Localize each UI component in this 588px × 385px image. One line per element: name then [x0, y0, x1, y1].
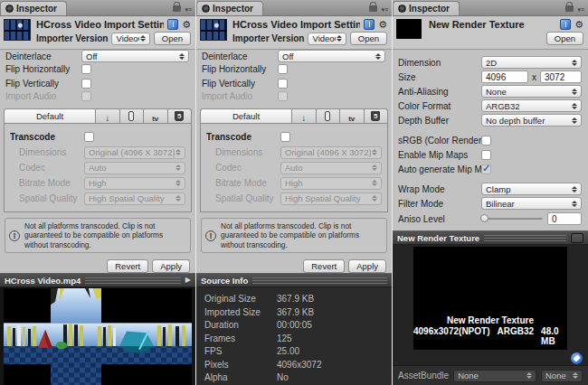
size-width-field[interactable]: 4096 [481, 70, 528, 83]
deinterlace-dropdown[interactable]: Off [278, 50, 385, 62]
flip-vertically-checkbox[interactable] [81, 79, 91, 89]
open-button[interactable]: Open [154, 32, 191, 45]
dropdown-arrow-icon [178, 53, 185, 60]
texture-preview-section: New Render Texture New Render Texture 40… [393, 230, 588, 385]
bitrate-mode-label: Bitrate Mode [10, 178, 84, 188]
dimensions-dropdown: Original (4096 X 3072) [280, 146, 382, 159]
size-height-field[interactable]: 3072 [540, 70, 582, 83]
panel-video-importer-1: Inspector HCross Video Import Settings I… [0, 0, 195, 385]
aniso-level-label: Aniso Level [398, 214, 481, 224]
list-item: FPS25.00 [204, 346, 392, 360]
preview-title: New Render Texture [397, 233, 479, 243]
preview-header[interactable]: New Render Texture [393, 230, 588, 245]
slider-track[interactable] [481, 218, 543, 220]
slider-knob[interactable] [480, 214, 488, 222]
spatial-quality-label: Spatial Quality [10, 193, 84, 203]
enable-mip-maps-label: Enable Mip Maps [398, 150, 481, 160]
dropdown-arrow-icon [336, 35, 343, 42]
warning-icon [9, 230, 20, 241]
codec-label: Codec [206, 163, 280, 173]
spatial-quality-dropdown: High Spatial Quality [84, 192, 185, 205]
preview-grip[interactable] [85, 277, 181, 284]
platform-tab-webgl[interactable] [365, 108, 389, 123]
tab-label: Inspector [213, 4, 253, 14]
video-preview-image [0, 287, 195, 385]
bitrate-mode-dropdown: High [280, 177, 382, 190]
open-button[interactable]: Open [546, 32, 583, 45]
importer-version-dropdown[interactable]: VideoClip [308, 33, 346, 45]
lock-icon[interactable] [173, 5, 181, 12]
tab-inspector[interactable]: Inspector [196, 1, 263, 15]
flip-vertically-checkbox[interactable] [278, 79, 288, 89]
platform-tab-standalone[interactable] [96, 108, 120, 123]
open-button[interactable]: Open [350, 32, 387, 45]
aniso-level-slider[interactable]: 0 [481, 212, 582, 225]
apply-button[interactable]: Apply [152, 259, 190, 273]
importer-version-dropdown[interactable]: VideoClip [111, 33, 149, 45]
preview-header[interactable]: HCross Video.mp4 [0, 273, 195, 287]
assetbundle-dropdown[interactable]: None [453, 370, 536, 382]
lock-icon[interactable] [565, 5, 574, 12]
gear-icon[interactable] [378, 20, 387, 30]
enable-mip-maps-checkbox[interactable] [481, 150, 491, 160]
assetbundle-variant-dropdown[interactable]: None [541, 370, 583, 382]
rgb-channels-icon[interactable] [571, 233, 583, 243]
warning-text: Not all platforms transcoded. Clip is no… [24, 221, 186, 249]
anti-aliasing-dropdown[interactable]: None [481, 85, 582, 98]
color-format-dropdown[interactable]: ARGB32 [481, 99, 582, 112]
apply-button[interactable]: Apply [348, 259, 386, 273]
list-item: Pixels4096x3072 [204, 360, 392, 373]
tag-icon[interactable] [571, 352, 583, 364]
pane-menu-icon[interactable] [381, 6, 388, 13]
dimension-label: Dimension [398, 58, 481, 68]
help-book-icon[interactable] [364, 19, 375, 30]
transcode-warning: Not all platforms transcoded. Clip is no… [5, 218, 191, 253]
depth-buffer-dropdown[interactable]: No depth buffer [481, 114, 582, 127]
iphone-icon [325, 111, 330, 121]
filter-mode-dropdown[interactable]: Bilinear [481, 197, 582, 210]
webgl-icon [175, 111, 184, 121]
revert-button[interactable]: Revert [303, 259, 345, 273]
tab-inspector[interactable]: Inspector [393, 1, 460, 15]
revert-button[interactable]: Revert [107, 259, 148, 273]
platform-tab-default[interactable]: Default [4, 108, 96, 123]
flip-vertically-label: Flip Vertically [202, 79, 278, 89]
gear-icon[interactable] [182, 20, 191, 30]
preview-caption-title: New Render Texture [447, 315, 534, 325]
help-book-icon[interactable] [167, 19, 178, 30]
wrap-mode-dropdown[interactable]: Clamp [481, 183, 582, 195]
platform-tab-appletv[interactable] [340, 108, 365, 123]
transcode-checkbox[interactable] [84, 132, 94, 142]
deinterlace-dropdown[interactable]: Off [81, 50, 189, 62]
transcode-group: Transcode Dimensions Original (4096 X 30… [4, 123, 192, 212]
srgb-checkbox[interactable] [481, 136, 491, 146]
dropdown-arrow-icon [526, 372, 533, 379]
flip-horizontally-checkbox[interactable] [278, 64, 288, 74]
dropdown-arrow-icon [175, 164, 182, 171]
anti-aliasing-label: Anti-Aliasing [398, 87, 481, 97]
dimension-dropdown[interactable]: 2D [481, 56, 582, 69]
platform-tab-standalone[interactable] [292, 108, 317, 123]
aniso-level-field[interactable]: 0 [547, 212, 582, 225]
lock-icon[interactable] [369, 5, 377, 12]
transcode-checkbox[interactable] [280, 132, 290, 142]
platform-tab-appletv[interactable] [144, 108, 168, 123]
platform-tab-default[interactable]: Default [200, 108, 292, 123]
dropdown-arrow-icon [571, 186, 578, 192]
preview-grip[interactable] [252, 277, 387, 284]
help-book-icon[interactable] [560, 19, 571, 30]
tab-inspector[interactable]: Inspector [0, 1, 67, 15]
preview-header[interactable]: Source Info [196, 273, 392, 287]
platform-tab-iphone[interactable] [317, 108, 341, 123]
pane-menu-icon[interactable] [185, 6, 192, 13]
gear-icon[interactable] [574, 20, 583, 30]
dropdown-arrow-icon [571, 89, 578, 95]
tab-bar: Inspector [196, 0, 392, 16]
flip-horizontally-checkbox[interactable] [81, 64, 91, 74]
platform-tab-iphone[interactable] [120, 108, 145, 123]
preview-grip[interactable] [484, 235, 566, 241]
platform-tab-webgl[interactable] [168, 108, 193, 123]
pane-menu-icon[interactable] [577, 6, 584, 13]
texture-thumbnail [396, 19, 422, 39]
play-icon[interactable] [185, 277, 191, 284]
